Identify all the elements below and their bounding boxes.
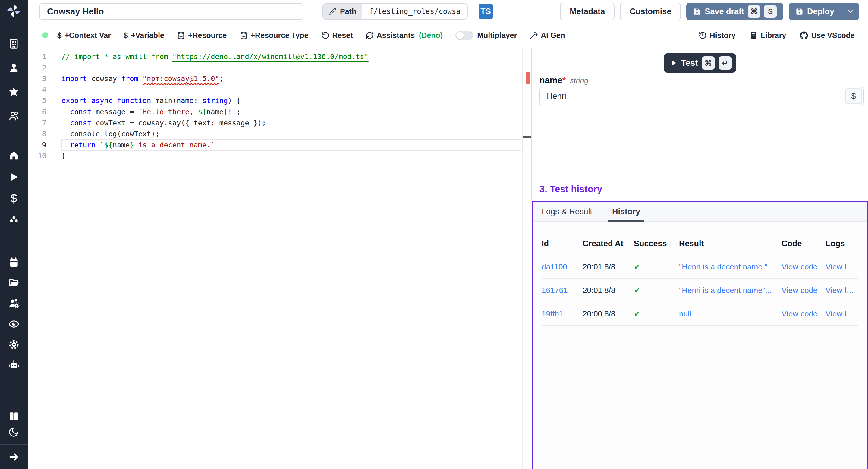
view-code-link[interactable]: View code	[781, 309, 826, 319]
add-resource-type-button[interactable]: +Resource Type	[240, 31, 309, 40]
dark-mode-moon-icon[interactable]	[8, 426, 20, 438]
result-link[interactable]: "Henri is a decent name"...	[679, 286, 781, 295]
multiplayer-label: Multiplayer	[477, 31, 517, 40]
tab-logs-result[interactable]: Logs & Result	[541, 202, 592, 221]
workspace-building-icon[interactable]	[8, 38, 20, 50]
play-icon	[670, 59, 678, 67]
code-line[interactable]: import cowsay from "npm:cowsay@1.5.0";	[61, 73, 521, 84]
code-editor[interactable]: 12345678910 // import * as wmill from "h…	[28, 48, 523, 469]
variables-dollar-icon[interactable]	[8, 193, 20, 205]
expand-sidebar-arrow-icon[interactable]	[8, 451, 20, 463]
folders-icon[interactable]	[8, 277, 20, 289]
view-code-link[interactable]: View code	[781, 286, 826, 295]
user-management-icon[interactable]	[8, 298, 20, 309]
assistants-button[interactable]: Assistants (Deno)	[366, 31, 443, 40]
add-context-var-button[interactable]: $ +Context Var	[57, 31, 111, 40]
name-input[interactable]: Henri $	[539, 87, 864, 105]
line-number: 2	[28, 62, 46, 73]
assistants-language: (Deno)	[419, 31, 443, 40]
editor-overview-ruler[interactable]	[523, 48, 532, 469]
home-icon[interactable]	[8, 150, 20, 161]
runs-play-icon[interactable]	[8, 171, 20, 183]
windmill-logo-icon[interactable]	[5, 2, 22, 19]
error-marker	[526, 72, 530, 84]
audit-logs-eye-icon[interactable]	[8, 318, 20, 330]
code-line[interactable]: // import * as wmill from "https://deno.…	[61, 51, 521, 62]
resources-boxes-icon[interactable]	[8, 215, 20, 226]
line-number: 1	[28, 51, 46, 62]
add-resource-label: +Resource	[188, 31, 227, 40]
success-check-icon: ✔	[634, 262, 679, 271]
groups-users-icon[interactable]	[8, 110, 20, 122]
pencil-icon	[329, 8, 336, 15]
test-history-panel: Logs & Result History IdCreated AtSucces…	[532, 201, 868, 469]
history-button[interactable]: History	[699, 31, 736, 40]
settings-gear-icon[interactable]	[8, 339, 20, 350]
editor-code[interactable]: // import * as wmill from "https://deno.…	[61, 51, 521, 162]
add-resource-button[interactable]: +Resource	[177, 31, 227, 40]
code-line[interactable]: const message = `Hello there, ${name}!`;	[61, 106, 521, 118]
column-header: Created At	[583, 239, 634, 248]
schedules-calendar-icon[interactable]	[8, 257, 20, 268]
library-label: Library	[761, 31, 786, 40]
kbd-cmd: ⌘	[748, 5, 761, 18]
code-line[interactable]: return `${name} is a decent name.`	[61, 139, 521, 151]
line-number: 7	[28, 118, 46, 129]
wand-icon	[530, 31, 538, 39]
tab-history[interactable]: History	[612, 202, 640, 221]
path-button[interactable]: Path f/testing_roles/cowsa	[322, 3, 468, 20]
deploy-dropdown-button[interactable]	[841, 3, 859, 20]
line-number: 9	[28, 139, 46, 151]
view-logs-link[interactable]: View logs	[826, 309, 858, 319]
job-id-link[interactable]: da1100	[541, 262, 583, 272]
result-link[interactable]: null...	[679, 309, 781, 319]
code-line[interactable]: }	[61, 150, 521, 162]
add-context-var-label: +Context Var	[64, 31, 111, 40]
insert-variable-button[interactable]: $	[845, 88, 862, 104]
column-header: Result	[679, 239, 781, 248]
view-logs-link[interactable]: View logs	[826, 262, 858, 272]
add-variable-label: +Variable	[131, 31, 164, 40]
job-id-link[interactable]: 161761	[541, 286, 583, 295]
code-line[interactable]: export async function main(name: string)…	[61, 95, 521, 106]
script-title-input[interactable]	[39, 3, 303, 20]
test-button[interactable]: Test ⌘ ↵	[664, 53, 736, 73]
column-header: Logs	[826, 239, 858, 248]
kbd-s: S	[764, 5, 777, 18]
docs-book-icon[interactable]	[8, 410, 20, 422]
status-dot	[42, 32, 48, 38]
ai-gen-button[interactable]: AI Gen	[530, 31, 565, 40]
save-draft-button[interactable]: Save draft ⌘ S	[686, 3, 783, 20]
job-id-link[interactable]: 19ffb1	[541, 309, 583, 319]
history-table-body: da110020:01 8/8✔"Henri is a decent name.…	[532, 255, 867, 326]
use-vscode-button[interactable]: Use VScode	[800, 31, 855, 40]
workers-robot-icon[interactable]	[8, 359, 20, 371]
view-logs-link[interactable]: View logs	[826, 286, 858, 295]
database-icon	[177, 31, 185, 39]
library-button[interactable]: Library	[749, 31, 786, 40]
code-line[interactable]	[61, 62, 521, 73]
result-link[interactable]: "Henri is a decent name."...	[679, 262, 781, 272]
rotate-ccw-icon	[321, 31, 330, 39]
deploy-button[interactable]: Deploy	[789, 3, 841, 20]
code-line[interactable]: console.log(cowText);	[61, 128, 521, 139]
ai-gen-label: AI Gen	[541, 31, 565, 40]
code-line[interactable]: const cowText = cowsay.say({ text: messa…	[61, 118, 521, 129]
customise-button[interactable]: Customise	[620, 3, 681, 20]
favorites-star-icon[interactable]	[8, 86, 20, 98]
kbd-cmd: ⌘	[702, 56, 715, 70]
code-line[interactable]	[61, 84, 521, 96]
view-code-link[interactable]: View code	[781, 262, 826, 272]
table-row: da110020:01 8/8✔"Henri is a decent name.…	[541, 255, 858, 279]
user-icon[interactable]	[8, 62, 20, 73]
path-value[interactable]: f/testing_roles/cowsa	[362, 4, 467, 19]
reset-label: Reset	[333, 31, 353, 40]
toggle-knob	[456, 32, 464, 39]
column-header: Success	[634, 239, 679, 248]
reset-button[interactable]: Reset	[321, 31, 353, 40]
add-variable-button[interactable]: $ +Variable	[124, 31, 164, 40]
language-badge-ts: TS	[478, 4, 493, 19]
multiplayer-toggle[interactable]	[456, 31, 473, 40]
name-input-value: Henri	[547, 92, 566, 101]
metadata-button[interactable]: Metadata	[560, 3, 615, 20]
